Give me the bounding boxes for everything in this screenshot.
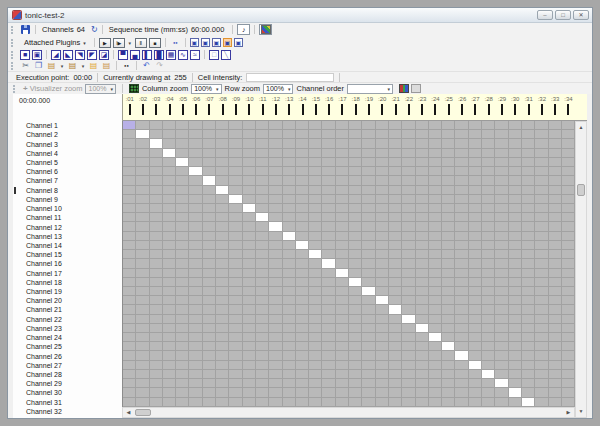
grid-cell[interactable] — [442, 296, 455, 305]
tool-dither-icon[interactable]: ▦ — [166, 50, 176, 60]
grid-cell[interactable] — [535, 351, 548, 360]
grid-cell[interactable] — [549, 287, 562, 296]
grid-cell[interactable] — [442, 250, 455, 259]
grid-cell[interactable] — [269, 204, 282, 213]
grid-cell[interactable] — [535, 342, 548, 351]
channel-row[interactable]: Channel 32 — [13, 407, 122, 416]
grid-cell[interactable] — [482, 370, 495, 379]
grid-cell[interactable] — [322, 204, 335, 213]
grid-cell[interactable] — [269, 388, 282, 397]
grid-cell[interactable] — [229, 305, 242, 314]
grid-cell[interactable] — [256, 250, 269, 259]
grid-cell[interactable] — [349, 278, 362, 287]
grid-cell[interactable] — [482, 315, 495, 324]
grid-cell[interactable] — [389, 342, 402, 351]
save-icon[interactable] — [21, 25, 30, 34]
grid-cell[interactable] — [562, 269, 575, 278]
grid-cell[interactable] — [469, 139, 482, 148]
grid-cell[interactable] — [136, 195, 149, 204]
grid-cell[interactable] — [416, 149, 429, 158]
grid-cell[interactable] — [256, 158, 269, 167]
grid-cell[interactable] — [216, 388, 229, 397]
grid-cell[interactable] — [535, 130, 548, 139]
grid-cell[interactable] — [469, 287, 482, 296]
grid-cell[interactable] — [136, 388, 149, 397]
grid-cell[interactable] — [376, 149, 389, 158]
grid-cell[interactable] — [455, 195, 468, 204]
grid-cell[interactable] — [229, 158, 242, 167]
grid-cell[interactable] — [442, 324, 455, 333]
redo-icon[interactable]: ↷ — [154, 61, 165, 71]
grid-cell[interactable] — [495, 278, 508, 287]
grid-cell[interactable] — [256, 370, 269, 379]
grid-cell[interactable] — [522, 139, 535, 148]
grid-cell[interactable] — [229, 278, 242, 287]
grid-cell[interactable] — [269, 130, 282, 139]
paste-insert-icon[interactable]: ▤ — [101, 61, 112, 71]
grid-cell[interactable] — [189, 139, 202, 148]
grid-cell[interactable] — [495, 213, 508, 222]
grid-cell[interactable] — [256, 241, 269, 250]
grid-cell[interactable] — [469, 186, 482, 195]
grid-cell[interactable] — [469, 342, 482, 351]
grid-cell[interactable] — [482, 213, 495, 222]
grid-cell[interactable] — [136, 259, 149, 268]
grid-cell[interactable] — [216, 176, 229, 185]
grid-cell[interactable] — [243, 398, 256, 407]
grid-cell[interactable] — [336, 296, 349, 305]
grid-cell[interactable] — [296, 186, 309, 195]
grid-cell[interactable] — [229, 195, 242, 204]
grid-cell[interactable] — [362, 315, 375, 324]
grid-cell[interactable] — [429, 269, 442, 278]
grid-cell[interactable] — [243, 259, 256, 268]
grid-cell[interactable] — [309, 241, 322, 250]
find-icon[interactable]: ●● — [121, 61, 132, 71]
grid-cell[interactable] — [349, 232, 362, 241]
grid-cell[interactable] — [362, 370, 375, 379]
grid-cell[interactable] — [123, 296, 136, 305]
grid-cell[interactable] — [123, 213, 136, 222]
grid-cell[interactable] — [376, 158, 389, 167]
grid-cell[interactable] — [522, 379, 535, 388]
channel-row[interactable]: Channel 30 — [13, 388, 122, 397]
grid-cell[interactable] — [176, 176, 189, 185]
tool-intensity-top-icon[interactable]: ▀ — [118, 50, 128, 60]
tool-fade-icon[interactable]: ◪ — [99, 50, 109, 60]
grid-cell[interactable] — [349, 333, 362, 342]
grid-cell[interactable] — [123, 130, 136, 139]
grid-cell[interactable] — [283, 130, 296, 139]
grid-cell[interactable] — [203, 259, 216, 268]
grid-cell[interactable] — [256, 259, 269, 268]
grid-cell[interactable] — [269, 213, 282, 222]
grid-cell[interactable] — [416, 379, 429, 388]
grid-cell[interactable] — [229, 361, 242, 370]
grid-cell[interactable] — [256, 296, 269, 305]
grid-cell[interactable] — [482, 130, 495, 139]
grid-cell[interactable] — [416, 250, 429, 259]
grid-cell[interactable] — [429, 398, 442, 407]
grid-cell[interactable] — [522, 167, 535, 176]
grid-cell[interactable] — [256, 222, 269, 231]
stop-button[interactable]: ■ — [149, 38, 161, 48]
grid-cell[interactable] — [336, 278, 349, 287]
grid-cell[interactable] — [216, 259, 229, 268]
grid-cell[interactable] — [176, 269, 189, 278]
grid-cell[interactable] — [203, 130, 216, 139]
grid-cell[interactable] — [136, 186, 149, 195]
grid-cell[interactable] — [562, 149, 575, 158]
grid-cell[interactable] — [150, 388, 163, 397]
tool-ramp-up-icon[interactable]: ◢ — [51, 50, 61, 60]
toolbar-grip[interactable] — [11, 26, 15, 34]
grid-cell[interactable] — [455, 222, 468, 231]
grid-cell[interactable] — [216, 296, 229, 305]
grid-cell[interactable] — [243, 324, 256, 333]
grid-cell[interactable] — [322, 324, 335, 333]
grid-cell[interactable] — [549, 139, 562, 148]
grid-cell[interactable] — [283, 361, 296, 370]
grid-cell[interactable] — [163, 315, 176, 324]
grid-cell[interactable] — [203, 278, 216, 287]
grid-cell[interactable] — [495, 250, 508, 259]
channel-row[interactable]: Channel 3 — [13, 139, 122, 148]
grid-cell[interactable] — [322, 176, 335, 185]
grid-cell[interactable] — [336, 232, 349, 241]
